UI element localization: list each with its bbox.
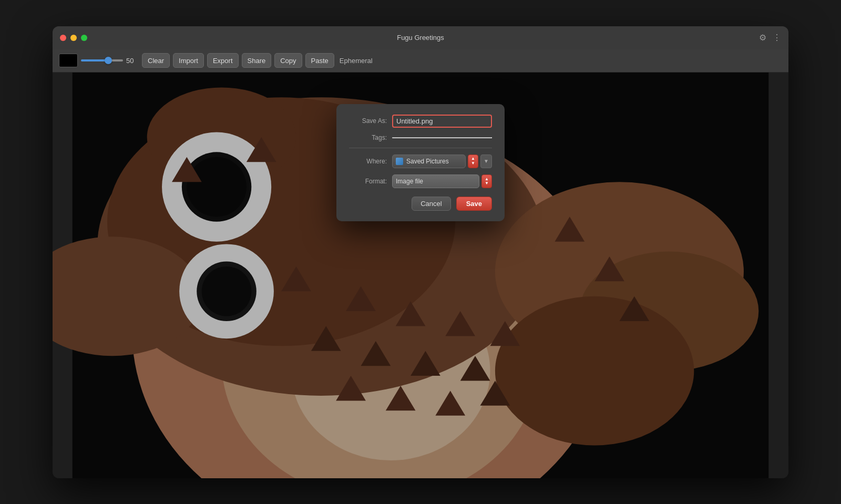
format-stepper[interactable]: ▲ ▼ — [481, 174, 492, 188]
export-button[interactable]: Export — [207, 53, 239, 68]
dialog-buttons: Cancel Save — [349, 197, 492, 211]
save-button[interactable]: Save — [456, 197, 492, 211]
canvas-area[interactable]: Save As: Tags: Where: Saved Pictures — [53, 73, 788, 478]
stepper-up-icon: ▲ — [471, 157, 475, 161]
minimize-button[interactable] — [70, 35, 77, 41]
dialog-separator — [349, 148, 492, 148]
save-dialog: Save As: Tags: Where: Saved Pictures — [336, 104, 505, 221]
cancel-button[interactable]: Cancel — [412, 197, 450, 211]
ephemeral-text: Ephemeral — [340, 57, 373, 65]
maximize-button[interactable] — [81, 35, 87, 41]
where-value: Saved Pictures — [406, 158, 449, 165]
folder-icon — [396, 158, 403, 165]
format-row: Format: Image file ▲ ▼ — [349, 174, 492, 188]
slider-thumb — [105, 57, 112, 64]
save-as-label: Save As: — [349, 117, 387, 125]
app-window: Fugu Greetings ⚙ ⋮ 50 Clear Import Expor… — [53, 26, 788, 478]
clear-button[interactable]: Clear — [142, 53, 170, 68]
where-select[interactable]: Saved Pictures — [392, 155, 466, 168]
brush-size-slider[interactable] — [81, 59, 123, 61]
copy-button[interactable]: Copy — [274, 53, 302, 68]
close-button[interactable] — [60, 35, 66, 41]
tags-label: Tags: — [349, 134, 387, 141]
extension-icon[interactable]: ⚙ — [759, 33, 766, 43]
tags-row: Tags: — [349, 134, 492, 141]
where-container: Saved Pictures ▲ ▼ ▼ — [392, 155, 492, 168]
modal-overlay: Save As: Tags: Where: Saved Pictures — [53, 73, 788, 478]
titlebar: Fugu Greetings ⚙ ⋮ — [53, 26, 788, 49]
format-stepper-down-icon: ▼ — [485, 181, 489, 186]
where-row: Where: Saved Pictures ▲ ▼ ▼ — [349, 155, 492, 168]
save-as-input[interactable] — [392, 115, 492, 128]
format-value: Image file — [396, 178, 423, 185]
titlebar-actions: ⚙ ⋮ — [759, 33, 781, 43]
share-button[interactable]: Share — [242, 53, 272, 68]
format-select[interactable]: Image file — [392, 174, 479, 188]
slider-container: 50 — [81, 57, 139, 65]
where-label: Where: — [349, 158, 387, 165]
traffic-lights — [60, 35, 87, 41]
toolbar: 50 Clear Import Export Share Copy Paste … — [53, 49, 788, 73]
menu-icon[interactable]: ⋮ — [773, 33, 781, 43]
tags-separator — [392, 137, 492, 138]
stepper-down-icon: ▼ — [471, 161, 475, 166]
slider-value: 50 — [126, 57, 139, 65]
import-button[interactable]: Import — [173, 53, 204, 68]
where-stepper[interactable]: ▲ ▼ — [468, 155, 478, 168]
chevron-down-icon: ▼ — [484, 158, 489, 164]
where-expand-button[interactable]: ▼ — [480, 155, 492, 168]
format-label: Format: — [349, 178, 387, 185]
color-swatch[interactable] — [59, 54, 78, 67]
paste-button[interactable]: Paste — [305, 53, 334, 68]
window-title: Fugu Greetings — [397, 34, 444, 42]
save-as-row: Save As: — [349, 115, 492, 128]
